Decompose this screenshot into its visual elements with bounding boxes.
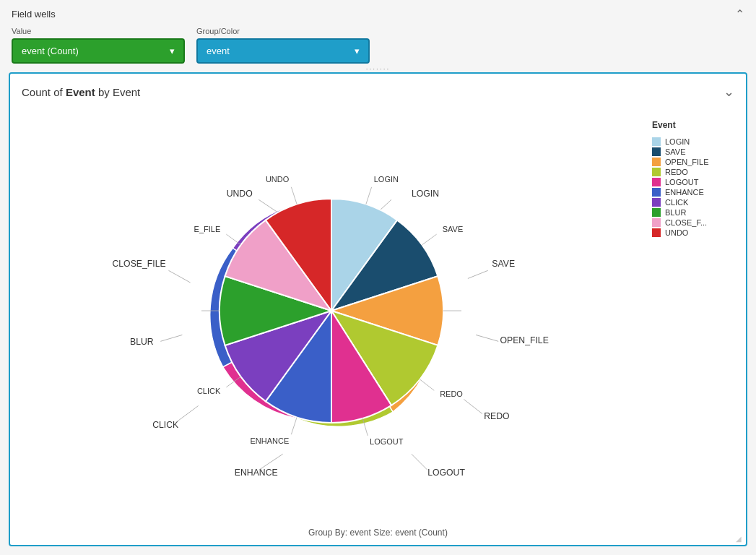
legend-label-redo: REDO — [665, 168, 688, 176]
legend-item-save: SAVE — [652, 147, 731, 156]
legend-color-open-file — [652, 158, 661, 166]
label-blur: BLUR — [130, 337, 154, 347]
legend-label-save: SAVE — [665, 147, 686, 156]
legend-label-login: LOGIN — [665, 137, 690, 146]
chart-body: LOGIN SAVE OPEN_FILE REDO LOGOUT ENHANCE — [10, 106, 746, 523]
collapse-icon[interactable]: ⌃ — [735, 7, 744, 21]
legend-item-logout: LOGOUT — [652, 178, 731, 186]
group-color-field-box: Group/Color event ▾ — [196, 27, 370, 64]
svg-line-7 — [160, 335, 182, 341]
pie-canvas — [194, 173, 469, 448]
svg-line-5 — [258, 454, 282, 470]
legend-item-enhance: ENHANCE — [652, 188, 731, 197]
legend-color-redo — [652, 168, 661, 176]
chart-title-prefix: Count of — [22, 86, 66, 98]
value-dropdown-text: event (Count) — [22, 46, 79, 56]
chart-title-bold: Event — [66, 86, 95, 98]
value-dropdown-arrow: ▾ — [170, 46, 175, 56]
legend-title: Event — [652, 120, 731, 130]
legend-color-enhance — [652, 188, 661, 197]
chart-container: ······· Count of Event by Event ⌄ — [9, 72, 747, 546]
legend-label-close-f: CLOSE_F... — [665, 218, 707, 227]
label-enhance: ENHANCE — [235, 468, 278, 478]
label-close-file: CLOSE_FILE — [112, 259, 165, 269]
legend-label-enhance: ENHANCE — [665, 188, 704, 197]
legend-label-open-file: OPEN_FILE — [665, 158, 709, 166]
resize-handle[interactable]: ◢ — [736, 535, 744, 543]
page: Field wells ⌃ Value event (Count) ▾ Grou… — [0, 0, 756, 555]
legend-item-click: CLICK — [652, 198, 731, 207]
pie-area: LOGIN SAVE OPEN_FILE REDO LOGOUT ENHANCE — [17, 106, 645, 516]
svg-line-2 — [476, 335, 498, 341]
field-wells-header: Field wells ⌃ — [0, 0, 756, 27]
label-click: CLICK — [152, 420, 179, 430]
legend-item-close-f: CLOSE_F... — [652, 218, 731, 227]
field-wells-title: Field wells — [12, 9, 56, 20]
legend-area: Event LOGIN SAVE OPEN_FILE REDO — [645, 106, 739, 516]
group-color-dropdown[interactable]: event ▾ — [196, 38, 370, 64]
legend-color-blur — [652, 208, 661, 217]
svg-line-4 — [412, 454, 427, 470]
legend-item-blur: BLUR — [652, 208, 731, 217]
legend-label-click: CLICK — [665, 198, 688, 207]
legend-label-logout: LOGOUT — [665, 178, 698, 186]
legend-color-login — [652, 137, 661, 146]
legend-item-undo: UNDO — [652, 228, 731, 237]
legend-color-logout — [652, 178, 661, 186]
chart-title-suffix: by Event — [95, 86, 141, 98]
legend-label-blur: BLUR — [665, 208, 686, 217]
label-logout: LOGOUT — [427, 468, 465, 478]
legend-item-redo: REDO — [652, 168, 731, 176]
label-redo: REDO — [484, 411, 509, 421]
value-label: Value — [12, 27, 185, 35]
value-dropdown[interactable]: event (Count) ▾ — [12, 38, 185, 64]
label-save: SAVE — [492, 259, 515, 269]
label-open-file: OPEN_FILE — [500, 335, 548, 345]
group-color-dropdown-text: event — [207, 46, 230, 56]
legend-color-click — [652, 198, 661, 207]
group-color-label: Group/Color — [196, 27, 370, 35]
legend-color-save — [652, 147, 661, 156]
svg-line-1 — [468, 270, 488, 278]
legend-label-undo: UNDO — [665, 228, 688, 237]
value-field-box: Value event (Count) ▾ — [12, 27, 185, 64]
chart-header: Count of Event by Event ⌄ — [10, 74, 746, 106]
legend-color-close-f — [652, 218, 661, 227]
group-color-dropdown-arrow: ▾ — [355, 46, 360, 56]
svg-line-8 — [168, 270, 190, 283]
legend-item-open-file: OPEN_FILE — [652, 158, 731, 166]
chart-title: Count of Event by Event — [22, 86, 140, 98]
drag-handle[interactable]: ······· — [366, 65, 390, 73]
legend-item-login: LOGIN — [652, 137, 731, 146]
chart-footer: Group By: event Size: event (Count) — [10, 523, 746, 545]
chart-chevron[interactable]: ⌄ — [724, 84, 734, 100]
legend-color-undo — [652, 228, 661, 237]
